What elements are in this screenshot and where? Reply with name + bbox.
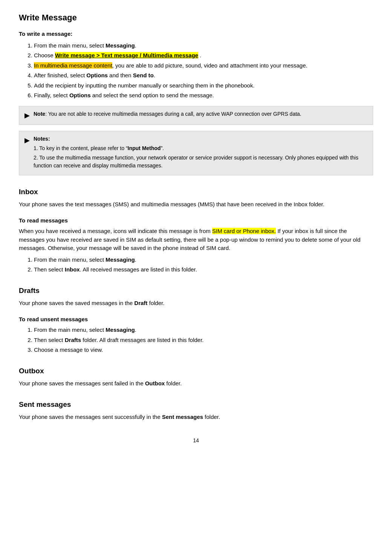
to-read-messages-label: To read messages bbox=[19, 216, 373, 225]
sim-card-highlight: SIM card or Phone inbox. bbox=[212, 228, 276, 234]
step3-highlight: In multimedia message content bbox=[34, 62, 112, 69]
drafts-step-2: Then select Drafts folder. All draft mes… bbox=[34, 336, 373, 345]
sent-messages-section: Sent messages Your phone saves the messa… bbox=[19, 399, 373, 422]
step-4: After finished, select Options and then … bbox=[34, 71, 373, 80]
note-1: 1. To key in the content, please refer t… bbox=[34, 144, 368, 152]
note-icon: ▶ bbox=[24, 110, 30, 121]
inbox-heading: Inbox bbox=[19, 187, 373, 198]
to-write-label: To write a message: bbox=[19, 30, 373, 38]
inbox-to-read: To read messages When you have received … bbox=[19, 216, 373, 274]
drafts-heading: Drafts bbox=[19, 285, 373, 296]
drafts-step-1: From the main menu, select Messaging. bbox=[34, 326, 373, 334]
sent-messages-description: Your phone saves the messages sent succe… bbox=[19, 413, 373, 422]
step-5: Add the recipient by inputting the numbe… bbox=[34, 81, 373, 90]
outbox-description: Your phone saves the messages sent faile… bbox=[19, 379, 373, 388]
notes-icon: ▶ bbox=[24, 135, 30, 146]
drafts-section: Drafts Your phone saves the saved messag… bbox=[19, 285, 373, 354]
step-6: Finally, select Options and select the s… bbox=[34, 91, 373, 100]
note-box-gprs: ▶ Note: You are not able to receive mult… bbox=[19, 106, 373, 125]
inbox-steps: From the main menu, select Messaging. Th… bbox=[34, 256, 373, 274]
drafts-description: Your phone saves the saved messages in t… bbox=[19, 299, 373, 308]
inbox-section: Inbox Your phone saves the text messages… bbox=[19, 187, 373, 274]
sent-messages-heading: Sent messages bbox=[19, 399, 373, 410]
drafts-step-3: Choose a message to view. bbox=[34, 346, 373, 354]
inbox-description: Your phone saves the text messages (SMS)… bbox=[19, 200, 373, 209]
step2-highlight: Write message > Text message / Multimedi… bbox=[55, 52, 198, 58]
notes-box: ▶ Notes: 1. To key in the content, pleas… bbox=[19, 131, 373, 175]
inbox-step-1: From the main menu, select Messaging. bbox=[34, 256, 373, 264]
outbox-heading: Outbox bbox=[19, 366, 373, 377]
write-message-steps: From the main menu, select Messaging. Ch… bbox=[34, 41, 373, 100]
page-number: 14 bbox=[19, 437, 373, 445]
note-text: Note: You are not able to receive multim… bbox=[34, 110, 302, 118]
inbox-step-2: Then select Inbox. All received messages… bbox=[34, 265, 373, 274]
step-2: Choose Write message > Text message / Mu… bbox=[34, 51, 373, 60]
to-read-unsent-label: To read unsent messages bbox=[19, 315, 373, 324]
note-2: 2. To use the multimedia message functio… bbox=[34, 154, 368, 170]
page-title: Write Message bbox=[19, 11, 373, 24]
step-1: From the main menu, select Messaging. bbox=[34, 41, 373, 50]
step-3: In multimedia message content, you are a… bbox=[34, 61, 373, 70]
inbox-read-description: When you have received a message, icons … bbox=[19, 227, 373, 253]
notes-content: Notes: 1. To key in the content, please … bbox=[34, 135, 368, 171]
drafts-steps: From the main menu, select Messaging. Th… bbox=[34, 326, 373, 354]
outbox-section: Outbox Your phone saves the messages sen… bbox=[19, 366, 373, 388]
